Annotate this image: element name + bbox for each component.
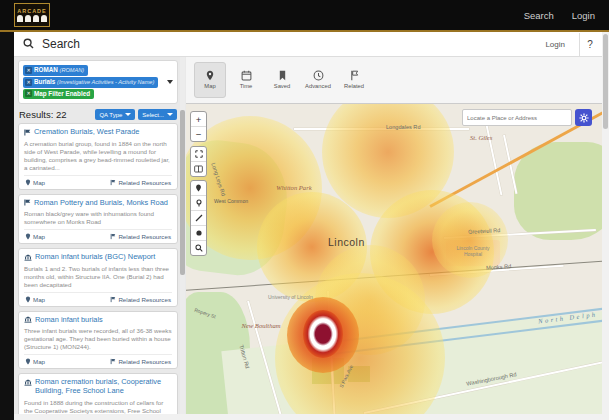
result-title-link[interactable]: Roman infant burials <box>24 316 172 325</box>
search-input[interactable]: Search <box>42 37 545 51</box>
filter-tag-burials[interactable]: ✕ Burials (Investigative Activities - Ac… <box>23 77 158 88</box>
map-canvas[interactable]: Longdales Rd St. Giles Whitton Park Long… <box>186 104 602 414</box>
result-title-link[interactable]: Roman cremation burials, Cooperative Bui… <box>24 378 172 396</box>
result-map-link[interactable]: Map <box>25 233 45 240</box>
gear-icon <box>579 113 589 123</box>
map-pin-icon <box>25 233 31 240</box>
remove-filter-icon[interactable]: ✕ <box>25 90 32 97</box>
result-title-link[interactable]: Cremation Burials, West Parade <box>24 128 172 137</box>
flag-icon <box>24 199 31 206</box>
nav-search-link[interactable]: Search <box>524 10 554 21</box>
arcade-app: ARCADE Search Login Search Login ? ✕ ROM… <box>0 0 609 420</box>
result-description: A cremation burial group, found in 1884 … <box>24 140 172 172</box>
tab-map[interactable]: Map <box>194 62 226 98</box>
polygon-tool-button[interactable] <box>191 226 206 241</box>
filter-box[interactable]: ✕ ROMAN (ROMAN) ✕ Burials (Investigative… <box>18 60 178 104</box>
result-card[interactable]: Roman Pottery and Burials, Monks Road Ro… <box>18 194 178 245</box>
search-area-button[interactable] <box>191 241 206 255</box>
filter-tag-mapfilter[interactable]: ✕ Map Filter Enabled <box>23 89 94 100</box>
select-button[interactable]: Select... <box>138 109 177 120</box>
polygon-icon <box>195 229 203 237</box>
logo-text: ARCADE <box>17 8 47 14</box>
horizontal-scrollbar[interactable] <box>14 414 602 420</box>
line-icon <box>195 214 203 222</box>
bookmark-icon <box>278 70 287 81</box>
fullscreen-icon <box>195 150 203 158</box>
result-related-link[interactable]: Related Resources <box>110 179 171 186</box>
result-related-link[interactable]: Related Resources <box>110 358 171 365</box>
results-header: Results: 22 QA Type Select... <box>19 109 177 120</box>
nav-login-link[interactable]: Login <box>572 10 595 21</box>
map-pin-icon <box>25 296 31 303</box>
top-header: ARCADE Search Login <box>0 0 609 32</box>
tab-time[interactable]: Time <box>230 62 262 98</box>
result-description: Burials 1 and 2. Two burials of infants … <box>24 265 172 289</box>
result-card[interactable]: Roman infant burials Three infant burial… <box>18 311 178 370</box>
flag-icon <box>350 70 359 81</box>
result-card[interactable]: Roman infant burials (BGC) Newport Buria… <box>18 248 178 307</box>
result-related-link[interactable]: Related Resources <box>110 296 171 303</box>
result-related-link[interactable]: Related Resources <box>110 233 171 240</box>
road-label: Longdales Rd <box>386 124 421 130</box>
flag-icon <box>110 179 116 186</box>
monument-icon <box>24 316 32 323</box>
map-pin-icon <box>205 70 215 81</box>
top-nav: Search Login <box>524 0 595 30</box>
map-pin-icon <box>25 179 31 186</box>
tab-advanced[interactable]: Advanced <box>302 62 334 98</box>
fullscreen-button[interactable] <box>191 147 206 162</box>
results-count: Results: 22 <box>19 109 92 120</box>
result-card[interactable]: Cremation Burials, West Parade A cremati… <box>18 123 178 190</box>
result-title-link[interactable]: Roman infant burials (BGC) Newport <box>24 253 172 262</box>
suburb-label: St. Giles <box>470 134 492 141</box>
result-map-link[interactable]: Map <box>25 358 45 365</box>
locate-settings-button[interactable] <box>575 109 592 126</box>
caret-down-icon <box>167 113 173 116</box>
calendar-icon <box>241 70 252 81</box>
heatmap-hotspot <box>303 310 343 358</box>
zoom-out-button[interactable]: − <box>191 127 206 141</box>
flag-icon <box>110 233 116 240</box>
results-panel: ✕ ROMAN (ROMAN) ✕ Burials (Investigative… <box>14 56 186 414</box>
poi-label: Lincoln County Hospital <box>452 246 494 257</box>
flag-icon <box>110 296 116 303</box>
zoom-controls: + − <box>190 111 207 142</box>
arches-icon <box>17 15 47 22</box>
filter-dropdown-caret-icon[interactable] <box>167 80 173 84</box>
view-toolbar: Map Time Saved Advanced Related <box>186 56 602 104</box>
tab-related[interactable]: Related <box>338 62 370 98</box>
arcade-logo[interactable]: ARCADE <box>14 3 50 27</box>
map-pin-icon <box>25 358 31 365</box>
point-tool-button[interactable] <box>191 196 206 211</box>
layers-button[interactable] <box>191 162 206 176</box>
page-scrollbar-thumb[interactable] <box>603 34 608 129</box>
panel-scrollbar-thumb[interactable] <box>180 110 185 275</box>
caret-down-icon <box>125 113 131 116</box>
draw-tools <box>190 180 207 256</box>
panel-scrollbar[interactable] <box>180 56 185 414</box>
result-map-link[interactable]: Map <box>25 296 45 303</box>
marker-tool-button[interactable] <box>191 181 206 196</box>
columns-icon <box>194 165 203 173</box>
search-icon <box>195 244 203 252</box>
locate-input[interactable] <box>462 109 572 126</box>
zoom-in-button[interactable]: + <box>191 112 206 127</box>
results-list: Cremation Burials, West Parade A cremati… <box>18 123 178 414</box>
result-card[interactable]: Roman cremation burials, Cooperative Bui… <box>18 373 178 414</box>
help-button[interactable]: ? <box>579 33 600 56</box>
line-tool-button[interactable] <box>191 211 206 226</box>
remove-filter-icon[interactable]: ✕ <box>25 79 32 86</box>
filter-tag-roman[interactable]: ✕ ROMAN (ROMAN) <box>23 65 88 76</box>
map-green-area <box>514 142 602 240</box>
map-pin-icon <box>195 184 202 192</box>
suburb-label: Whitton Park <box>274 184 314 191</box>
monument-icon <box>24 254 32 261</box>
result-title-link[interactable]: Roman Pottery and Burials, Monks Road <box>24 199 172 208</box>
flag-icon <box>110 358 116 365</box>
qa-type-button[interactable]: QA Type <box>95 109 135 120</box>
remove-filter-icon[interactable]: ✕ <box>25 67 32 74</box>
result-map-link[interactable]: Map <box>25 179 45 186</box>
page-scrollbar[interactable] <box>602 32 609 420</box>
tab-saved[interactable]: Saved <box>266 62 298 98</box>
panel-login-link[interactable]: Login <box>545 40 565 49</box>
